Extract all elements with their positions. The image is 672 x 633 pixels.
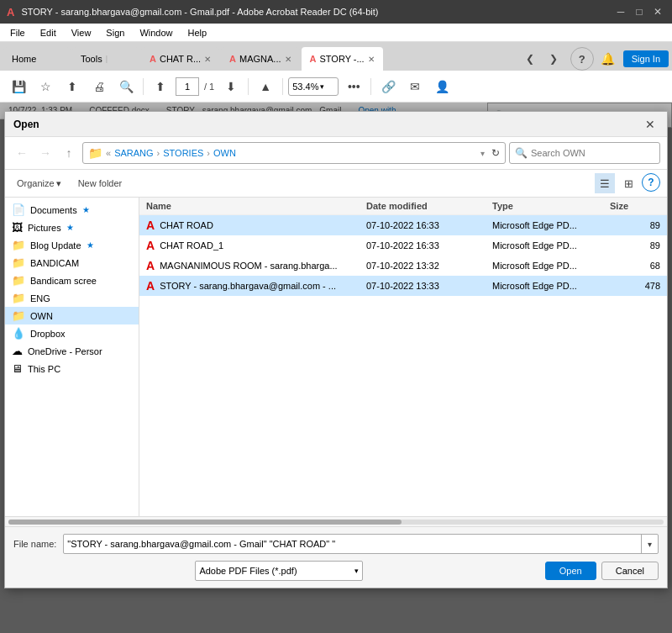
onedrive-icon: ☁ — [12, 345, 23, 357]
dialog-toolbar: Organize ▾ New folder ☰ ⊞ ? — [5, 170, 667, 198]
blog-update-pin: ★ — [87, 240, 94, 250]
menu-file[interactable]: File — [3, 26, 32, 40]
sidebar-item-documents[interactable]: 📄 Documents ★ — [5, 201, 139, 219]
dialog-title: Open — [13, 119, 39, 130]
sign-in-button[interactable]: Sign In — [623, 50, 669, 67]
cancel-button[interactable]: Cancel — [601, 562, 659, 580]
file-row-chat-road[interactable]: A CHAT ROAD 07-10-2022 16:33 Microsoft E… — [139, 215, 667, 235]
menu-view[interactable]: View — [65, 26, 98, 40]
search-input[interactable] — [531, 148, 654, 158]
separator-4 — [370, 78, 371, 95]
file-row-story[interactable]: A STORY - sarang.bhargava@gmail.com - ..… — [139, 276, 667, 296]
close-window-button[interactable]: ✕ — [650, 4, 665, 19]
separator-1 — [143, 78, 144, 95]
menu-bar: File Edit View Sign Window Help — [0, 24, 672, 42]
nav-back-button[interactable]: ← — [12, 143, 32, 163]
horizontal-scrollbar[interactable] — [5, 517, 667, 527]
sidebar-item-blog-update[interactable]: 📁 Blog Update ★ — [5, 236, 139, 254]
print-button[interactable]: 🖨 — [87, 75, 111, 98]
breadcrumb-dropdown-icon[interactable]: ▾ — [480, 149, 485, 158]
sidebar-item-onedrive[interactable]: ☁ OneDrive - Persor — [5, 342, 139, 360]
bandicam-screen-icon: 📁 — [12, 274, 25, 287]
email-button[interactable]: ✉ — [403, 75, 427, 98]
nav-up-button[interactable]: ↑ — [59, 143, 79, 163]
notification-bell[interactable]: 🔔 — [601, 52, 615, 66]
menu-sign[interactable]: Sign — [99, 26, 131, 40]
file-row-magnanimous[interactable]: A MAGNANIMOUS ROOM - sarang.bharga... 07… — [139, 256, 667, 276]
tab-story[interactable]: A STORY -... ✕ — [302, 47, 383, 71]
breadcrumb-sarang[interactable]: SARANG — [114, 148, 153, 158]
save-button[interactable]: 💾 — [7, 75, 30, 98]
tab-chat-close[interactable]: ✕ — [204, 55, 211, 64]
menu-edit[interactable]: Edit — [34, 26, 63, 40]
tab-next-button[interactable]: ❯ — [543, 49, 564, 69]
dialog-overlay: Open ✕ ← → ↑ 📁 « SARANG › STORIES › OWN … — [0, 103, 672, 633]
tab-story-pdf-icon: A — [310, 54, 317, 64]
pdf-icon-3: A — [146, 279, 155, 293]
link-button[interactable]: 🔗 — [376, 75, 400, 98]
file-row-chat-road-1[interactable]: A CHAT ROAD_1 07-10-2022 16:33 Microsoft… — [139, 235, 667, 256]
bandicam-icon: 📁 — [12, 256, 25, 269]
open-button[interactable]: Open — [545, 562, 596, 580]
tab-magna[interactable]: A MAGNA... ✕ — [221, 47, 299, 71]
menu-window[interactable]: Window — [133, 26, 179, 40]
next-page-button[interactable]: ⬇ — [219, 75, 243, 98]
documents-icon: 📄 — [12, 203, 25, 216]
tab-home[interactable]: Home — [3, 47, 71, 71]
view-grid-button[interactable]: ⊞ — [618, 173, 638, 193]
share-button[interactable]: 👤 — [430, 75, 454, 98]
new-folder-button[interactable]: New folder — [73, 177, 128, 190]
breadcrumb-refresh-button[interactable]: ↻ — [491, 147, 500, 159]
sidebar-item-dropbox[interactable]: 💧 Dropbox — [5, 324, 139, 342]
tab-prev-button[interactable]: ❮ — [520, 49, 540, 69]
sidebar-item-bandicam[interactable]: 📁 BANDICAM — [5, 254, 139, 272]
page-number-input[interactable] — [176, 77, 199, 96]
action-buttons: Open Cancel — [545, 562, 659, 580]
breadcrumb-stories[interactable]: STORIES — [163, 148, 203, 158]
search-button[interactable]: 🔍 — [114, 75, 138, 98]
tab-magna-close[interactable]: ✕ — [285, 55, 291, 64]
more-tools-button[interactable]: ••• — [342, 75, 365, 98]
eng-icon: 📁 — [12, 292, 25, 304]
file-list-header: Name Date modified Type Size — [139, 198, 667, 215]
sidebar-item-own[interactable]: 📁 OWN — [5, 307, 139, 324]
organize-button[interactable]: Organize ▾ — [12, 177, 66, 191]
bookmark-button[interactable]: ☆ — [34, 75, 57, 98]
scrollbar-thumb[interactable] — [8, 520, 402, 525]
bottom-action-row: Adobe PDF Files (*.pdf) ▾ Open Cancel — [13, 561, 659, 581]
dialog-bottom: File name: ▾ Adobe PDF Files (*.pdf) ▾ O… — [5, 527, 667, 588]
sidebar-item-this-pc[interactable]: 🖥 This PC — [5, 360, 139, 377]
menu-help[interactable]: Help — [181, 26, 214, 40]
sidebar-item-bandicam-screen[interactable]: 📁 Bandicam scree — [5, 272, 139, 289]
tab-story-close[interactable]: ✕ — [368, 55, 375, 64]
zoom-dropdown-icon: ▾ — [320, 82, 324, 91]
pointer-tool[interactable]: ▲ — [254, 75, 277, 98]
documents-pin: ★ — [82, 205, 90, 214]
breadcrumb-own[interactable]: OWN — [213, 148, 236, 158]
sidebar-item-pictures[interactable]: 🖼 Pictures ★ — [5, 219, 139, 236]
tab-bar: Home Tools | A CHAT R... ✕ A MAGNA... ✕ … — [0, 42, 672, 71]
zoom-level[interactable]: 53.4% ▾ — [288, 77, 339, 96]
maximize-button[interactable]: □ — [632, 4, 647, 19]
file-name-dropdown-button[interactable]: ▾ — [641, 534, 658, 554]
dialog-close-button[interactable]: ✕ — [642, 116, 659, 133]
breadcrumb-sep1: « — [106, 148, 111, 158]
tab-chat-road[interactable]: A CHAT R... ✕ — [141, 47, 219, 71]
upload-button[interactable]: ⬆ — [60, 75, 84, 98]
file-list: Name Date modified Type Size A CHAT ROAD… — [139, 198, 667, 516]
pdf-icon-1: A — [146, 239, 155, 252]
sidebar-item-eng[interactable]: 📁 ENG — [5, 289, 139, 307]
scrollbar-track — [8, 520, 664, 525]
minimize-button[interactable]: ─ — [613, 4, 628, 19]
file-name-input[interactable] — [64, 539, 641, 549]
view-list-button[interactable]: ☰ — [595, 173, 615, 193]
tab-tools[interactable]: Tools | — [72, 47, 139, 71]
file-type-dropdown-icon[interactable]: ▾ — [354, 567, 359, 575]
window-title: STORY - sarang.bhargava@gmail.com - Gmai… — [21, 7, 378, 17]
dialog-help-button[interactable]: ? — [642, 173, 660, 192]
breadcrumb-folder-icon: 📁 — [88, 146, 102, 160]
help-button[interactable]: ? — [570, 47, 594, 71]
prev-page-button[interactable]: ⬆ — [149, 75, 172, 98]
nav-forward-button[interactable]: → — [35, 143, 55, 163]
title-bar: A STORY - sarang.bhargava@gmail.com - Gm… — [0, 0, 672, 24]
